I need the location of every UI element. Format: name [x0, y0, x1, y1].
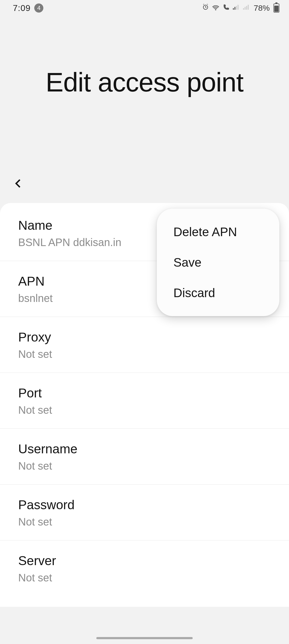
alarm-icon: [202, 3, 209, 13]
battery-icon: [273, 3, 279, 13]
menu-discard[interactable]: Discard: [157, 278, 279, 308]
page-title: Edit access point: [0, 67, 289, 98]
field-label: Proxy: [18, 330, 271, 344]
status-left: 7:09 4: [13, 3, 43, 13]
field-value: Not set: [18, 516, 271, 528]
field-password[interactable]: Password Not set: [0, 485, 289, 540]
field-label: Username: [18, 442, 271, 456]
status-right: 78%: [202, 3, 279, 13]
field-server[interactable]: Server Not set: [0, 540, 289, 596]
menu-delete-apn[interactable]: Delete APN: [157, 217, 279, 247]
field-label: Password: [18, 497, 271, 512]
field-port[interactable]: Port Not set: [0, 373, 289, 429]
back-button[interactable]: [13, 185, 24, 190]
vowifi-icon: [222, 3, 230, 13]
field-username[interactable]: Username Not set: [0, 429, 289, 485]
menu-save[interactable]: Save: [157, 247, 279, 278]
chevron-left-icon: [13, 178, 24, 189]
notification-count-badge: 4: [34, 3, 43, 13]
home-indicator[interactable]: [96, 637, 193, 639]
page-title-wrap: Edit access point: [0, 16, 289, 98]
wifi-icon: [212, 3, 219, 13]
status-bar: 7:09 4 78%: [0, 0, 289, 16]
field-value: Not set: [18, 348, 271, 360]
field-value: Not set: [18, 460, 271, 472]
field-label: Port: [18, 386, 271, 400]
battery-percent: 78%: [254, 3, 270, 13]
signal-2-icon: [242, 3, 250, 13]
field-value: Not set: [18, 404, 271, 416]
clock: 7:09: [13, 3, 31, 13]
field-value: Not set: [18, 572, 271, 584]
field-label: Server: [18, 553, 271, 568]
appbar: [0, 178, 289, 190]
overflow-menu: Delete APN Save Discard: [157, 209, 279, 316]
field-proxy[interactable]: Proxy Not set: [0, 317, 289, 373]
signal-1-icon: [232, 3, 240, 13]
